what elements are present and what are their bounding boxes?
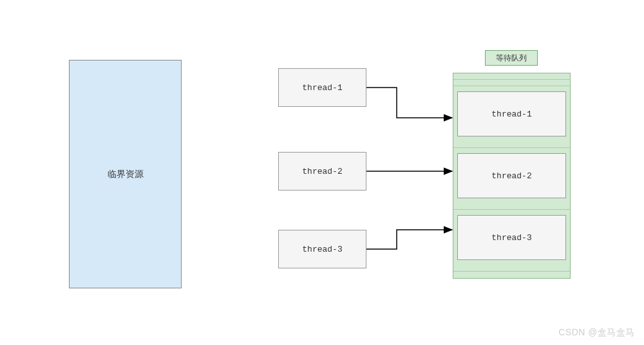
critical-resource-label: 临界资源 (108, 169, 144, 180)
critical-resource-box: 临界资源 (69, 60, 182, 288)
thread-label-1: thread-1 (302, 83, 342, 93)
watermark-text: CSDN @盒马盒马 (558, 327, 635, 337)
thread-box-1: thread-1 (278, 68, 366, 107)
watermark: CSDN @盒马盒马 (558, 327, 635, 339)
thread-label-3: thread-3 (302, 245, 342, 254)
queue-item-2: thread-2 (457, 153, 566, 198)
thread-box-3: thread-3 (278, 230, 366, 268)
thread-box-2: thread-2 (278, 152, 366, 191)
queue-band (453, 265, 570, 272)
queue-item-label-1: thread-1 (491, 109, 531, 119)
arrow-thread1-queue (366, 88, 452, 118)
queue-item-label-2: thread-2 (491, 171, 531, 181)
queue-band (453, 272, 570, 278)
queue-item-1: thread-1 (457, 91, 566, 136)
queue-header: 等待队列 (485, 50, 538, 66)
queue-container: thread-1 thread-2 thread-3 (453, 73, 571, 279)
queue-band (453, 73, 570, 80)
queue-band (453, 80, 570, 86)
arrow-thread3-queue (366, 230, 452, 249)
queue-band (453, 142, 570, 148)
queue-item-3: thread-3 (457, 215, 566, 260)
queue-header-label: 等待队列 (496, 53, 527, 64)
thread-label-2: thread-2 (302, 167, 342, 176)
queue-band (453, 203, 570, 210)
queue-item-label-3: thread-3 (491, 233, 531, 243)
